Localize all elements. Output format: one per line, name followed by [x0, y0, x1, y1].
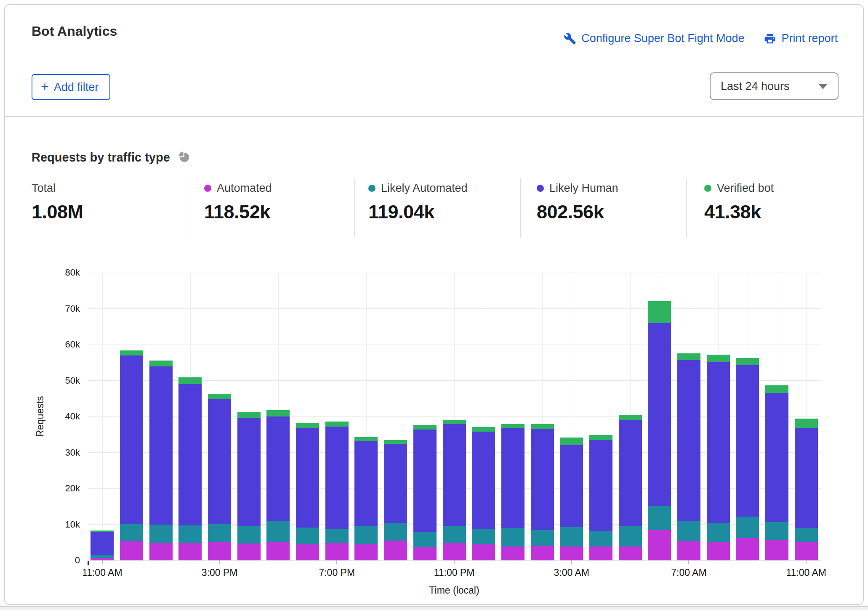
configure-super-bot-fight-mode-link[interactable]: Configure Super Bot Fight Mode	[564, 32, 744, 45]
bar-segment-automated	[736, 538, 759, 560]
bar-segment-automated	[619, 546, 642, 560]
x-tick	[102, 560, 103, 564]
bar-6-00-pm[interactable]	[296, 423, 319, 560]
bar-segment-verified_bot	[384, 440, 407, 444]
bar-7-00-pm[interactable]	[325, 422, 349, 560]
bar-segment-likely_automated	[354, 526, 378, 545]
bar-segment-automated	[443, 543, 466, 560]
bar-segment-verified_bot	[472, 427, 495, 432]
x-tick-label: 11:00 PM	[416, 567, 492, 578]
stat-verified-bot: Verified bot41.38k	[704, 182, 774, 223]
bar-11-00-am[interactable]	[795, 419, 818, 560]
bar-9-00-pm[interactable]	[384, 440, 407, 560]
bar-1-00-pm[interactable]	[149, 361, 173, 560]
bar-5-00-am[interactable]	[619, 415, 642, 560]
bar-segment-likely_human	[413, 430, 437, 532]
print-link-label: Print report	[781, 32, 838, 45]
bar-segment-likely_automated	[120, 524, 143, 541]
bar-segment-automated	[266, 542, 290, 560]
configure-link-label: Configure Super Bot Fight Mode	[581, 32, 744, 45]
bar-3-00-pm[interactable]	[208, 394, 231, 560]
bar-2-00-pm[interactable]	[178, 377, 202, 560]
bar-segment-automated	[648, 530, 671, 560]
bar-segment-likely_automated	[413, 532, 437, 546]
time-range-dropdown[interactable]: Last 24 hours	[710, 72, 839, 100]
bar-12-00-am[interactable]	[472, 427, 495, 560]
bar-segment-likely_human	[120, 355, 143, 524]
bar-segment-verified_bot	[266, 410, 290, 416]
add-filter-button[interactable]: + Add filter	[32, 74, 110, 100]
bar-segment-likely_automated	[560, 527, 583, 546]
stats-divider	[187, 178, 187, 238]
bar-3-00-am[interactable]	[560, 438, 583, 560]
bar-6-00-am[interactable]	[648, 301, 671, 560]
bar-segment-likely_automated	[765, 522, 788, 540]
bar-segment-likely_human	[208, 399, 231, 524]
bar-segment-likely_automated	[325, 529, 349, 543]
bar-5-00-pm[interactable]	[266, 410, 290, 560]
print-report-link[interactable]: Print report	[764, 32, 838, 45]
stat-value: 802.56k	[537, 201, 618, 223]
stat-label: Likely Human	[549, 182, 618, 195]
x-tick	[336, 560, 337, 564]
bar-segment-likely_automated	[648, 506, 671, 530]
bar-segment-likely_human	[472, 432, 495, 529]
bar-segment-likely_human	[795, 428, 818, 528]
pie-chart-icon	[178, 151, 191, 166]
bar-segment-automated	[765, 540, 788, 560]
bar-2-00-am[interactable]	[531, 424, 554, 560]
chevron-down-icon	[818, 84, 828, 89]
bar-segment-verified_bot	[149, 361, 173, 366]
stat-value: 1.08M	[32, 201, 83, 223]
bar-segment-verified_bot	[413, 425, 437, 430]
bar-segment-likely_human	[765, 393, 788, 522]
legend-dot	[704, 185, 711, 192]
bar-segment-automated	[560, 546, 583, 560]
bar-segment-verified_bot	[795, 419, 818, 427]
stat-value: 41.38k	[704, 201, 774, 223]
y-tick-label: 10k	[44, 519, 80, 530]
bar-8-00-am[interactable]	[707, 355, 730, 560]
wrench-icon	[564, 32, 576, 45]
y-tick-label: 80k	[44, 267, 80, 278]
bar-segment-likely_human	[384, 444, 407, 523]
bar-segment-likely_automated	[707, 523, 730, 542]
bar-1-00-am[interactable]	[501, 424, 525, 560]
bar-4-00-pm[interactable]	[237, 412, 261, 560]
bar-segment-automated	[120, 541, 143, 560]
bar-segment-verified_bot	[765, 385, 788, 393]
x-axis-origin-tick	[88, 560, 89, 565]
bar-4-00-am[interactable]	[589, 435, 612, 560]
bar-segment-likely_human	[531, 429, 554, 530]
bar-10-00-am[interactable]	[765, 385, 788, 560]
stat-likely-automated: Likely Automated119.04k	[368, 182, 468, 223]
bar-segment-likely_human	[736, 365, 759, 517]
x-axis-title: Time (local)	[391, 585, 517, 596]
bar-11-00-pm[interactable]	[443, 420, 466, 560]
stat-value: 119.04k	[368, 201, 468, 223]
bar-7-00-am[interactable]	[677, 353, 700, 560]
bar-segment-automated	[296, 544, 319, 560]
x-tick-label: 11:00 AM	[64, 567, 140, 578]
bar-segment-likely_automated	[237, 526, 261, 544]
v-gridline	[102, 273, 103, 560]
legend-dot	[537, 185, 544, 192]
y-tick-label: 70k	[44, 303, 80, 314]
bar-10-00-pm[interactable]	[413, 425, 437, 560]
bar-segment-likely_human	[589, 440, 612, 531]
header-divider	[4, 116, 864, 117]
next-card-edge	[0, 606, 868, 610]
bar-9-00-am[interactable]	[736, 358, 759, 560]
bar-segment-likely_automated	[736, 517, 759, 538]
bar-12-00-pm[interactable]	[120, 350, 143, 560]
stat-likely-human: Likely Human802.56k	[537, 182, 618, 223]
bar-segment-verified_bot	[208, 394, 231, 399]
bar-segment-likely_automated	[619, 526, 642, 546]
bar-8-00-pm[interactable]	[354, 437, 378, 560]
bar-segment-likely_automated	[149, 525, 173, 543]
bar-11-00-am[interactable]	[91, 530, 114, 560]
bar-segment-verified_bot	[120, 350, 143, 355]
add-filter-label: Add filter	[54, 81, 99, 94]
bar-segment-automated	[149, 543, 173, 560]
bar-segment-automated	[325, 543, 349, 560]
